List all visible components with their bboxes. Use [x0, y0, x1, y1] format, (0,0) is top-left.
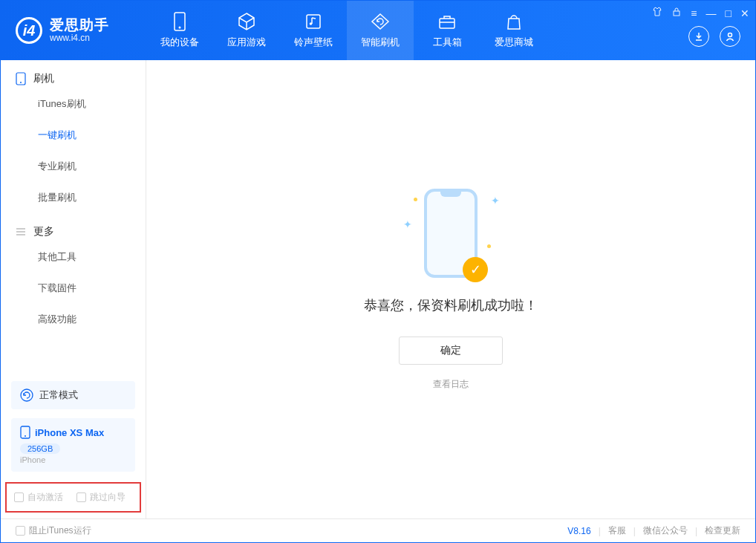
app-title: 爱思助手: [50, 18, 109, 33]
view-log-link[interactable]: 查看日志: [433, 378, 469, 391]
device-phone-icon: [20, 426, 30, 439]
device-capacity: 256GB: [20, 443, 60, 454]
nav-tab-apps[interactable]: 应用游戏: [213, 1, 280, 60]
svg-rect-2: [307, 15, 320, 28]
app-window: i4 爱思助手 www.i4.cn 我的设备 应用游戏 铃声壁纸 智能刷机: [0, 0, 756, 543]
minimize-button[interactable]: —: [706, 7, 717, 19]
checkbox-icon: [14, 492, 24, 502]
logo-icon: i4: [16, 17, 42, 44]
nav-tab-toolbox[interactable]: 工具箱: [414, 1, 480, 60]
success-message: 恭喜您，保资料刷机成功啦！: [364, 296, 538, 314]
user-icon[interactable]: [720, 26, 740, 47]
version-label: V8.16: [567, 526, 590, 536]
phone-success-illustration: ✦ ✦ ✓: [424, 189, 478, 278]
window-controls: ≡ — □ ✕: [652, 7, 749, 19]
refresh-icon: [371, 12, 390, 31]
shirt-icon[interactable]: [652, 7, 662, 19]
support-link[interactable]: 客服: [608, 524, 626, 537]
svg-point-1: [179, 27, 181, 29]
check-circle-icon: ✓: [463, 257, 488, 282]
svg-point-9: [21, 389, 33, 401]
body: 刷机 iTunes刷机 一键刷机 专业刷机 批量刷机 更多 其他工具 下载固件 …: [1, 60, 755, 518]
options-highlight-box: 自动激活 跳过向导: [5, 482, 141, 513]
bag-icon: [504, 12, 524, 31]
nav-tab-flash[interactable]: 智能刷机: [347, 1, 414, 60]
block-itunes-option[interactable]: 阻止iTunes运行: [16, 524, 91, 537]
sidebar-item-pro-flash[interactable]: 专业刷机: [1, 151, 146, 182]
lock-icon[interactable]: [671, 7, 682, 19]
nav-tabs: 我的设备 应用游戏 铃声壁纸 智能刷机 工具箱 爱思商城: [146, 1, 547, 60]
sidebar-item-itunes-flash[interactable]: iTunes刷机: [1, 88, 146, 120]
sidebar-item-download-firmware[interactable]: 下载固件: [1, 273, 146, 304]
sparkle-icon: ✦: [403, 218, 412, 230]
block-itunes-label: 阻止iTunes运行: [29, 524, 91, 537]
nav-tab-device[interactable]: 我的设备: [146, 1, 213, 60]
checkbox-icon: [76, 492, 86, 502]
device-type: iPhone: [20, 455, 126, 464]
svg-rect-4: [440, 19, 454, 28]
svg-point-11: [25, 435, 26, 437]
phone-icon: [16, 72, 26, 85]
sparkle-icon: ✦: [491, 195, 500, 207]
nav-label: 工具箱: [433, 36, 462, 49]
option-auto-activate[interactable]: 自动激活: [14, 491, 63, 504]
sidebar-item-one-click-flash[interactable]: 一键刷机: [1, 120, 146, 151]
close-button[interactable]: ✕: [740, 7, 749, 19]
nav-label: 铃声壁纸: [294, 36, 333, 49]
ok-button[interactable]: 确定: [399, 336, 503, 365]
device-name: iPhone XS Max: [35, 427, 104, 438]
toolbox-icon: [437, 12, 457, 31]
maximize-button[interactable]: □: [726, 7, 731, 19]
download-icon[interactable]: [688, 26, 709, 47]
mode-label: 正常模式: [39, 388, 78, 402]
dot-icon: [414, 198, 417, 201]
nav-label: 我的设备: [160, 36, 199, 49]
option-label: 跳过向导: [90, 491, 126, 504]
app-logo: i4 爱思助手 www.i4.cn: [1, 17, 146, 44]
nav-label: 智能刷机: [361, 36, 400, 49]
refresh-circle-icon: [20, 388, 33, 402]
option-label: 自动激活: [27, 491, 63, 504]
sidebar-group-more-head: 更多: [1, 213, 146, 241]
option-skip-wizard[interactable]: 跳过向导: [76, 491, 126, 504]
statusbar: 阻止iTunes运行 V8.16 | 客服 | 微信公众号 | 检查更新: [1, 518, 755, 542]
header-right-icons: [688, 26, 740, 47]
sidebar-group-flash-head: 刷机: [1, 60, 146, 88]
music-icon: [304, 12, 323, 31]
menu-icon[interactable]: ≡: [691, 7, 697, 19]
sidebar-group-title: 更多: [33, 225, 54, 238]
nav-tab-ringtones[interactable]: 铃声壁纸: [280, 1, 347, 60]
sidebar-group-title: 刷机: [33, 72, 54, 85]
checkbox-icon: [16, 526, 25, 536]
nav-label: 应用游戏: [227, 36, 266, 49]
svg-rect-5: [674, 11, 680, 16]
sidebar-item-batch-flash[interactable]: 批量刷机: [1, 182, 146, 213]
cube-icon: [237, 12, 256, 31]
titlebar: i4 爱思助手 www.i4.cn 我的设备 应用游戏 铃声壁纸 智能刷机: [1, 1, 755, 60]
device-card[interactable]: iPhone XS Max 256GB iPhone: [11, 418, 135, 472]
main-content: ✦ ✦ ✓ 恭喜您，保资料刷机成功啦！ 确定 查看日志: [146, 60, 755, 518]
nav-label: 爱思商城: [495, 36, 533, 49]
svg-point-3: [310, 22, 313, 25]
device-icon: [170, 12, 189, 31]
nav-tab-store[interactable]: 爱思商城: [480, 1, 547, 60]
mode-card[interactable]: 正常模式: [11, 381, 135, 409]
sidebar-item-advanced[interactable]: 高级功能: [1, 304, 146, 335]
svg-point-8: [20, 82, 22, 83]
wechat-link[interactable]: 微信公众号: [643, 524, 688, 537]
sidebar: 刷机 iTunes刷机 一键刷机 专业刷机 批量刷机 更多 其他工具 下载固件 …: [1, 60, 146, 518]
svg-point-6: [729, 33, 732, 37]
dot-icon: [487, 244, 491, 248]
app-url: www.i4.cn: [50, 33, 109, 43]
sidebar-item-other-tools[interactable]: 其他工具: [1, 241, 146, 273]
menu-list-icon: [16, 227, 26, 237]
update-link[interactable]: 检查更新: [705, 524, 740, 537]
